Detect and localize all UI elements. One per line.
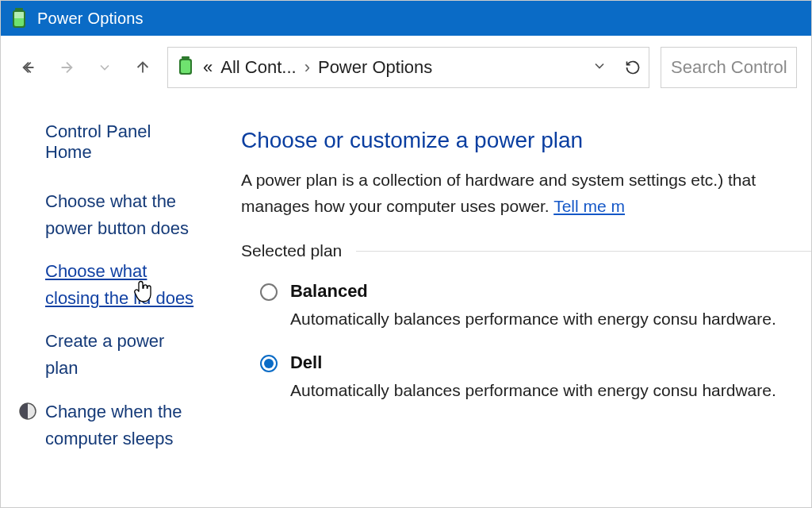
search-box[interactable] [661, 47, 797, 88]
address-history-button[interactable] [592, 58, 607, 77]
sidebar-link-power-button[interactable]: Choose what the power button does [45, 188, 201, 242]
control-panel-home-link[interactable]: Control Panel Home [45, 121, 201, 163]
radio-dell[interactable] [260, 355, 278, 372]
plan-balanced[interactable]: Balanced Automatically balances performa… [260, 281, 811, 332]
window-title: Power Options [37, 10, 144, 28]
radio-balanced[interactable] [260, 283, 278, 301]
sidebar-link-closing-lid[interactable]: Choose what closing the lid does [45, 258, 201, 312]
power-plans-list: Balanced Automatically balances performa… [241, 281, 811, 402]
title-bar: Power Options [1, 1, 811, 36]
battery-icon [10, 7, 28, 29]
content-area: Control Panel Home Choose what the power… [1, 99, 811, 507]
desc-text: A power plan is a collection of hardware… [241, 171, 756, 215]
page-heading: Choose or customize a power plan [241, 128, 811, 153]
up-button[interactable] [129, 54, 156, 81]
power-options-window: Power Options « All C [0, 0, 812, 508]
breadcrumb-item-power[interactable]: Power Options [318, 57, 432, 78]
recent-locations-button[interactable] [91, 54, 118, 81]
breadcrumb-item-all[interactable]: All Cont... [220, 57, 296, 78]
svg-rect-0 [15, 8, 23, 10]
plan-title: Balanced [290, 281, 776, 302]
main-panel: Choose or customize a power plan A power… [219, 99, 811, 507]
selected-plan-label: Selected plan [241, 241, 811, 260]
sidebar: Control Panel Home Choose what the power… [1, 99, 219, 507]
plan-desc: Automatically balances performance with … [290, 378, 776, 403]
section-label-text: Selected plan [241, 241, 342, 260]
sidebar-link-create-plan[interactable]: Create a power plan [45, 328, 201, 382]
address-bar[interactable]: « All Cont... › Power Options [167, 47, 649, 88]
page-description: A power plan is a collection of hardware… [241, 167, 811, 219]
battery-small-icon [176, 55, 195, 80]
search-input[interactable] [671, 57, 787, 78]
svg-rect-3 [14, 12, 24, 18]
breadcrumb[interactable]: « All Cont... › Power Options [203, 57, 432, 78]
chevron-right-icon: › [304, 57, 310, 78]
plan-title: Dell [290, 352, 776, 373]
plan-dell[interactable]: Dell Automatically balances performance … [260, 352, 811, 403]
breadcrumb-prefix: « [203, 57, 213, 78]
back-button[interactable] [15, 54, 42, 81]
forward-button[interactable] [53, 54, 80, 81]
nav-toolbar: « All Cont... › Power Options [1, 36, 811, 99]
svg-rect-4 [182, 56, 190, 59]
refresh-button[interactable] [625, 60, 641, 75]
moon-icon [18, 402, 37, 421]
divider [356, 251, 811, 252]
plan-desc: Automatically balances performance with … [290, 306, 776, 332]
sidebar-link-computer-sleeps[interactable]: Change when the computer sleeps [45, 398, 201, 452]
svg-rect-6 [181, 60, 190, 73]
tell-me-more-link[interactable]: Tell me m [553, 197, 625, 215]
